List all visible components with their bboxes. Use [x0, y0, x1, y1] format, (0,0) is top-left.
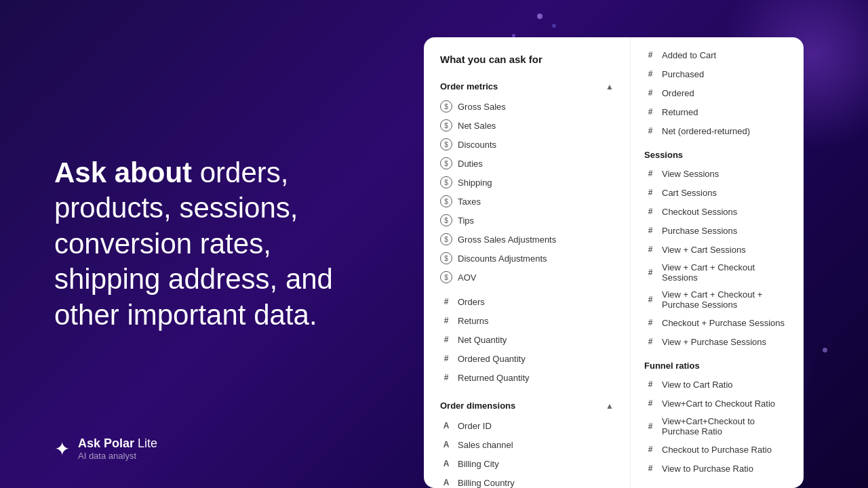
dim-order-id[interactable]: A Order ID — [424, 416, 630, 435]
info-panel: What you can ask for Order metrics ▲ $ G… — [424, 37, 804, 488]
hash-icon: # — [644, 243, 656, 256]
panel-header: What you can ask for — [424, 54, 630, 76]
session-view-purchase[interactable]: # View + Purchase Sessions — [631, 332, 804, 351]
order-dimensions-section-header[interactable]: Order dimensions ▲ — [424, 395, 630, 416]
hash-icon: # — [644, 125, 656, 137]
session-checkout-purchase[interactable]: # Checkout + Purchase Sessions — [631, 313, 804, 332]
metric-gross-sales-adjustments[interactable]: $ Gross Sales Adjustments — [424, 230, 630, 249]
hash-icon: # — [644, 336, 656, 348]
dollar-icon: $ — [440, 195, 452, 207]
decorative-dot-3 — [552, 24, 556, 28]
hash-icon: # — [644, 205, 656, 218]
hash-icon: # — [440, 314, 452, 327]
session-checkout[interactable]: # Checkout Sessions — [631, 202, 804, 221]
dollar-icon: $ — [440, 271, 452, 283]
ratio-view-to-purchase[interactable]: # View to Purchase Ratio — [631, 459, 804, 478]
session-view[interactable]: # View Sessions — [631, 164, 804, 183]
session-view-cart-checkout[interactable]: # View + Cart + Checkout Sessions — [631, 259, 804, 286]
panel-right-column[interactable]: # Added to Cart # Purchased # Ordered # … — [631, 37, 804, 488]
ratio-view-to-cart[interactable]: # View to Cart Ratio — [631, 375, 804, 394]
dollar-icon: $ — [440, 138, 452, 150]
order-dimensions-chevron: ▲ — [606, 401, 614, 411]
hash-icon: # — [644, 87, 656, 99]
hero-section: Ask about orders, products, sessions, co… — [0, 0, 420, 488]
hash-icon: # — [644, 420, 656, 432]
decorative-dot-5 — [823, 348, 827, 352]
hash-icon: # — [644, 167, 656, 180]
dim-billing-country[interactable]: A Billing Country — [424, 473, 630, 488]
hash-icon: # — [440, 333, 452, 346]
hash-icon: # — [644, 68, 656, 80]
hash-icon: # — [440, 296, 452, 308]
brand-footer: ✦ Ask Polar Lite AI data analyst — [54, 436, 157, 461]
hash-icon: # — [644, 49, 656, 61]
text-icon: A — [440, 420, 452, 432]
ratio-checkout-to-purchase[interactable]: # Checkout to Purchase Ratio — [631, 440, 804, 459]
dollar-icon: $ — [440, 214, 452, 226]
hash-icon: # — [644, 443, 656, 455]
hero-title: Ask about orders, products, sessions, co… — [54, 155, 380, 333]
panel-left-column[interactable]: What you can ask for Order metrics ▲ $ G… — [424, 37, 631, 488]
metric-ordered[interactable]: # Ordered — [631, 83, 804, 102]
hash-icon: # — [644, 378, 656, 390]
brand-name: Ask Polar Lite — [78, 436, 157, 451]
metric-added-to-cart[interactable]: # Added to Cart — [631, 45, 804, 64]
text-icon: A — [440, 476, 452, 488]
session-view-cart-checkout-purchase[interactable]: # View + Cart + Checkout + Purchase Sess… — [631, 286, 804, 313]
dollar-icon: $ — [440, 100, 452, 113]
hash-icon: # — [644, 186, 656, 199]
metric-shipping[interactable]: $ Shipping — [424, 173, 630, 192]
metric-duties[interactable]: $ Duties — [424, 154, 630, 173]
metric-tips[interactable]: $ Tips — [424, 211, 630, 230]
metric-orders[interactable]: # Orders — [424, 292, 630, 311]
metric-ordered-quantity[interactable]: # Ordered Quantity — [424, 349, 630, 368]
text-icon: A — [440, 458, 452, 470]
metric-net-ordered-returned[interactable]: # Net (ordered-returned) — [631, 121, 804, 140]
hash-icon: # — [644, 462, 656, 474]
session-purchase[interactable]: # Purchase Sessions — [631, 221, 804, 240]
metric-discounts[interactable]: $ Discounts — [424, 135, 630, 154]
hash-icon: # — [440, 371, 452, 384]
brand-text: Ask Polar Lite AI data analyst — [78, 436, 157, 461]
order-dimensions-label: Order dimensions — [440, 401, 515, 411]
text-icon: A — [440, 439, 452, 451]
dim-billing-city[interactable]: A Billing City — [424, 454, 630, 473]
metric-returns[interactable]: # Returns — [424, 311, 630, 330]
product-dimensions-section-header[interactable]: Product dimensions ▲ — [631, 483, 804, 488]
dollar-icon: $ — [440, 119, 452, 131]
ratio-viewcart-to-checkout[interactable]: # View+Cart to Checkout Ratio — [631, 394, 804, 413]
metric-taxes[interactable]: $ Taxes — [424, 192, 630, 211]
order-metrics-chevron: ▲ — [606, 82, 614, 92]
metric-gross-sales[interactable]: $ Gross Sales — [424, 97, 630, 116]
metric-net-sales[interactable]: $ Net Sales — [424, 116, 630, 135]
hash-icon: # — [644, 293, 656, 306]
dollar-icon: $ — [440, 176, 452, 188]
dollar-icon: $ — [440, 157, 452, 169]
dollar-icon: $ — [440, 233, 452, 245]
brand-icon: ✦ — [54, 438, 70, 460]
dim-sales-channel[interactable]: A Sales channel — [424, 435, 630, 454]
metric-returned[interactable]: # Returned — [631, 102, 804, 121]
dollar-icon: $ — [440, 252, 452, 264]
brand-subtitle: AI data analyst — [78, 451, 157, 461]
hash-icon: # — [644, 317, 656, 329]
funnel-ratios-section-header: Funnel ratios — [631, 357, 804, 375]
hash-icon: # — [644, 266, 656, 279]
sessions-section-header: Sessions — [631, 146, 804, 164]
metric-aov[interactable]: $ AOV — [424, 268, 630, 287]
hash-icon: # — [440, 352, 452, 365]
metric-returned-quantity[interactable]: # Returned Quantity — [424, 368, 630, 387]
hash-icon: # — [644, 397, 656, 409]
hash-icon: # — [644, 224, 656, 237]
decorative-dot-1 — [537, 14, 542, 19]
metric-discounts-adjustments[interactable]: $ Discounts Adjustments — [424, 249, 630, 268]
metric-purchased[interactable]: # Purchased — [631, 64, 804, 83]
brand-suffix: Lite — [138, 436, 157, 450]
hash-icon: # — [644, 106, 656, 118]
order-metrics-section-header[interactable]: Order metrics ▲ — [424, 76, 630, 97]
order-metrics-label: Order metrics — [440, 81, 498, 92]
ratio-viewcartcheckout-to-purchase[interactable]: # View+Cart+Checkout to Purchase Ratio — [631, 413, 804, 440]
session-cart[interactable]: # Cart Sessions — [631, 183, 804, 202]
metric-net-quantity[interactable]: # Net Quantity — [424, 330, 630, 349]
session-view-cart[interactable]: # View + Cart Sessions — [631, 240, 804, 259]
